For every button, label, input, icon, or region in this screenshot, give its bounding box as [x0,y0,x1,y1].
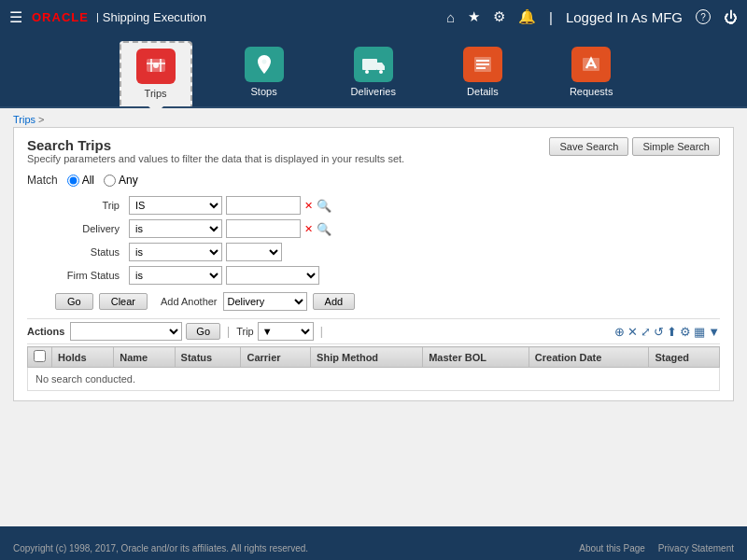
stops-label: Stops [251,86,277,97]
top-navigation: ☰ ORACLE | Shipping Execution ⌂ ★ ⚙ 🔔 | … [0,0,747,34]
trip-clear-icon[interactable]: ✕ [304,200,313,212]
oracle-text: ORACLE [32,10,89,24]
logout-icon[interactable]: ⏻ [724,9,738,25]
svg-rect-9 [476,67,486,69]
logged-in-label: Logged In As MFG [566,9,683,25]
header-buttons: Save Search Simple Search [549,137,720,156]
delivery-clear-icon[interactable]: ✕ [304,223,313,235]
match-any-text: Any [119,174,138,187]
firm-status-value-select[interactable] [226,266,319,285]
footer: Copyright (c) 1998, 2017, Oracle and/or … [0,536,747,560]
delivery-value-input[interactable] [226,219,301,238]
deliveries-icon [354,47,393,82]
simple-search-button[interactable]: Simple Search [632,137,720,156]
select-all-checkbox[interactable] [34,350,46,362]
columns-icon[interactable]: ▦ [694,325,705,339]
delete-icon[interactable]: ✕ [627,325,638,339]
firm-status-filter-label: Firm Status [55,270,125,281]
toolbar-go-button[interactable]: Go [186,323,220,340]
no-results-row: No search conducted. [28,368,720,391]
status-header: Status [175,347,241,368]
trip-operator-select[interactable]: ISis notcontains [129,196,222,215]
home-icon[interactable]: ⌂ [446,9,455,25]
match-any-label[interactable]: Any [104,174,138,187]
dropdown-icon[interactable]: ▼ [708,325,720,339]
table-header: Holds Name Status Carrier Ship Method Ma… [28,347,720,368]
action-row: Go Clear Add Another DeliveryTripStatusC… [55,292,720,311]
clear-button[interactable]: Clear [99,293,148,310]
privacy-statement-link[interactable]: Privacy Statement [658,543,734,553]
master-bol-header: Master BOL [423,347,529,368]
toolbar-icons: ⊕ ✕ ⤢ ↺ ⬆ ⚙ ▦ ▼ [614,325,720,339]
delivery-search-icon[interactable]: 🔍 [317,222,331,236]
refresh-icon[interactable]: ↺ [654,325,664,339]
module-deliveries[interactable]: Deliveries [336,41,411,106]
app-title-separator: | [96,11,99,22]
table-header-row: Holds Name Status Carrier Ship Method Ma… [28,347,720,368]
name-header: Name [114,347,175,368]
holds-header: Holds [52,347,114,368]
results-toolbar: Actions Go | Trip ▼ | ⊕ ✕ ⤢ ↺ ⬆ ⚙ ▦ ▼ [27,318,720,344]
delivery-operator-select[interactable]: isis notcontains [129,219,222,238]
staged-header: Staged [649,347,720,368]
svg-point-1 [153,63,159,68]
add-row-icon[interactable]: ⊕ [614,325,625,339]
module-details[interactable]: Details [448,41,517,106]
add-another-select[interactable]: DeliveryTripStatusCarrier [223,292,307,311]
requests-icon [571,47,611,82]
about-page-link[interactable]: About this Page [579,543,645,553]
ship-method-header: Ship Method [311,347,423,368]
export-icon[interactable]: ⬆ [667,325,677,339]
firm-status-operator-select[interactable]: isis not [129,266,222,285]
actions-label: Actions [27,326,64,337]
go-button[interactable]: Go [55,293,93,310]
match-all-text: All [82,174,94,187]
trips-icon [136,49,176,84]
trip-search-icon[interactable]: 🔍 [317,199,331,213]
status-operator-select[interactable]: isis not [129,243,222,261]
settings-icon[interactable]: ⚙ [680,325,691,339]
trip-filter-label: Trip [55,200,125,211]
actions-select[interactable] [70,322,182,341]
status-filter-label: Status [55,246,125,258]
svg-rect-3 [362,59,377,70]
search-header: Search Trips Specify parameters and valu… [27,137,720,170]
trip-value-input[interactable] [226,196,301,215]
page-title: Search Trips [27,137,404,153]
match-all-radio[interactable] [67,175,79,187]
status-value-select[interactable] [226,243,282,261]
stops-icon [245,47,284,82]
table-body: No search conducted. [28,368,720,391]
main-content: Trips > Search Trips Specify parameters … [0,108,747,526]
trip-toolbar-select[interactable]: ▼ [258,322,314,341]
toolbar-separator1: | [227,325,230,338]
search-description: Specify parameters and values to filter … [27,153,404,164]
footer-links: About this Page Privacy Statement [579,543,734,553]
trips-label: Trips [145,88,167,99]
help-icon[interactable]: ? [696,9,711,24]
module-trips[interactable]: Trips [120,41,192,106]
copyright-text: Copyright (c) 1998, 2017, Oracle and/or … [13,543,308,553]
favorites-icon[interactable]: ★ [468,8,480,25]
module-navigation: Trips Stops Deliveries [0,34,747,108]
carrier-header: Carrier [241,347,311,368]
match-any-radio[interactable] [104,175,116,187]
breadcrumb-trips[interactable]: Trips [13,114,35,125]
app-title: Shipping Execution [103,10,206,24]
save-search-button[interactable]: Save Search [549,137,628,156]
notifications-icon[interactable]: 🔔 [518,8,536,25]
filter-row-trip: Trip ISis notcontains ✕ 🔍 [55,196,720,215]
hamburger-menu[interactable]: ☰ [9,8,22,26]
match-all-label[interactable]: All [67,174,94,187]
filter-row-status: Status isis not [55,243,720,261]
trip-dropdown-label: Trip [236,326,254,337]
settings-icon[interactable]: ⚙ [493,8,505,25]
checkbox-header[interactable] [28,347,52,368]
oracle-logo: ORACLE [32,10,89,24]
module-requests[interactable]: Requests [555,41,627,106]
creation-date-header: Creation Date [529,347,649,368]
expand-icon[interactable]: ⤢ [641,325,651,339]
add-button[interactable]: Add [313,293,356,310]
module-stops[interactable]: Stops [230,41,299,106]
match-label: Match [27,174,58,187]
